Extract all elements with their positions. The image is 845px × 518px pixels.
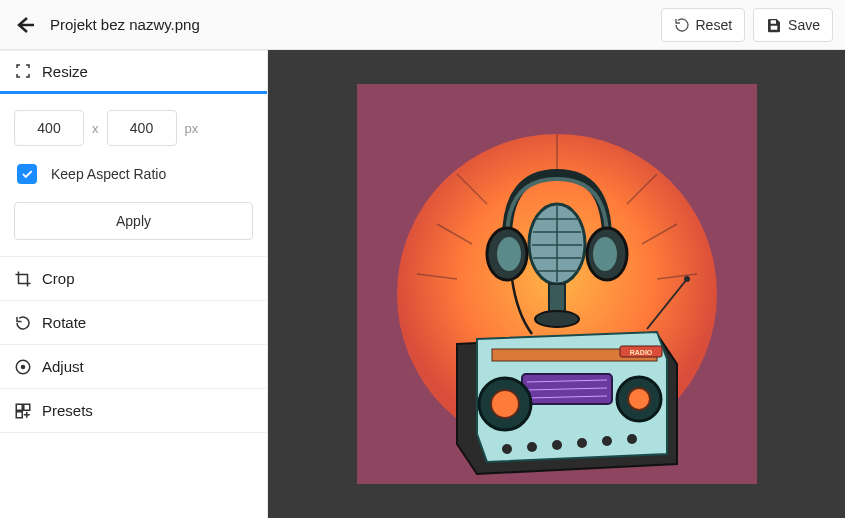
svg-text:RADIO: RADIO [629, 349, 652, 356]
presets-icon [14, 402, 32, 420]
tab-rotate[interactable]: Rotate [0, 301, 267, 345]
dimension-unit: px [185, 121, 199, 136]
tab-crop-label: Crop [42, 270, 75, 287]
tab-resize-label: Resize [42, 63, 88, 80]
tab-adjust-label: Adjust [42, 358, 84, 375]
svg-point-27 [552, 440, 562, 450]
tab-resize[interactable]: Resize [0, 50, 267, 94]
reset-icon [674, 17, 690, 33]
file-name: Projekt bez nazwy.png [50, 16, 200, 33]
back-button[interactable] [12, 13, 36, 37]
preview-image-content: RADIO [357, 84, 757, 484]
dimension-row: x px [14, 110, 253, 146]
svg-point-26 [527, 442, 537, 452]
tab-presets[interactable]: Presets [0, 389, 267, 433]
sidebar: Resize x px Keep Aspect Ratio Apply Crop [0, 50, 268, 518]
width-input[interactable] [14, 110, 84, 146]
arrow-left-icon [12, 13, 36, 37]
dimension-separator: x [92, 121, 99, 136]
aspect-ratio-row: Keep Aspect Ratio [14, 164, 253, 184]
adjust-icon [14, 358, 32, 376]
height-input[interactable] [107, 110, 177, 146]
svg-rect-3 [24, 404, 30, 410]
apply-button[interactable]: Apply [14, 202, 253, 240]
image-preview[interactable]: RADIO [357, 84, 757, 484]
svg-point-45 [593, 237, 617, 271]
svg-point-25 [502, 444, 512, 454]
resize-panel: x px Keep Aspect Ratio Apply [0, 94, 267, 257]
aspect-ratio-checkbox[interactable] [17, 164, 37, 184]
svg-point-30 [627, 434, 637, 444]
svg-point-1 [22, 365, 25, 368]
aspect-ratio-label: Keep Aspect Ratio [51, 166, 166, 182]
canvas-area[interactable]: RADIO [268, 50, 845, 518]
svg-point-41 [535, 311, 579, 327]
rotate-icon [14, 314, 32, 332]
save-icon [766, 17, 782, 33]
svg-point-22 [628, 388, 650, 410]
svg-point-29 [602, 436, 612, 446]
svg-rect-2 [16, 404, 22, 410]
reset-label: Reset [696, 17, 733, 33]
svg-point-28 [577, 438, 587, 448]
tab-rotate-label: Rotate [42, 314, 86, 331]
header: Projekt bez nazwy.png Reset Save [0, 0, 845, 50]
tab-crop[interactable]: Crop [0, 257, 267, 301]
tab-presets-label: Presets [42, 402, 93, 419]
svg-point-32 [684, 276, 690, 282]
svg-rect-40 [549, 284, 565, 314]
resize-icon [14, 62, 32, 80]
crop-icon [14, 270, 32, 288]
reset-button[interactable]: Reset [661, 8, 746, 42]
save-label: Save [788, 17, 820, 33]
check-icon [20, 167, 34, 181]
svg-point-43 [497, 237, 521, 271]
svg-point-20 [491, 390, 519, 418]
svg-rect-4 [16, 411, 22, 417]
save-button[interactable]: Save [753, 8, 833, 42]
main-body: Resize x px Keep Aspect Ratio Apply Crop [0, 50, 845, 518]
tab-adjust[interactable]: Adjust [0, 345, 267, 389]
